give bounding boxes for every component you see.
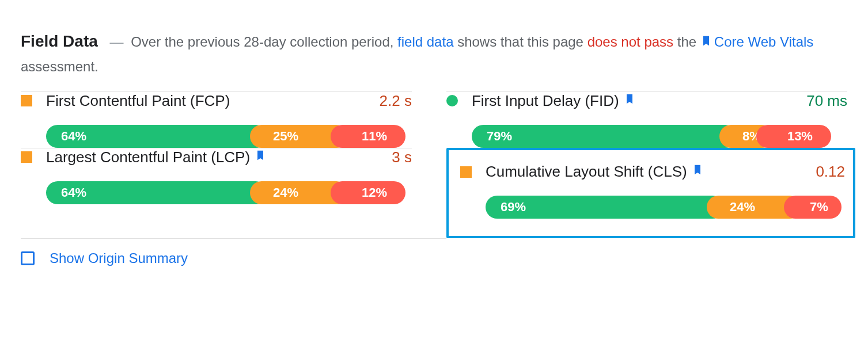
metric-value: 3 s (392, 148, 412, 166)
header-text-4: assessment. (21, 59, 98, 74)
metrics-grid: First Contentful Paint (FCP)2.2 s64%25%1… (21, 91, 847, 266)
metric-cls-container: Cumulative Layout Shift (CLS)0.1269%24%7… (446, 148, 847, 238)
metric-cls[interactable]: Cumulative Layout Shift (CLS)0.1269%24%7… (460, 163, 845, 219)
header-text-3: the (677, 34, 696, 49)
section-title: Field Data (21, 32, 98, 50)
metric-lcp[interactable]: Largest Contentful Paint (LCP)3 s64%24%1… (21, 148, 412, 238)
dist-poor: 13% (756, 125, 831, 148)
metric-name: First Input Delay (FID) (472, 92, 806, 110)
dist-good: 79% (472, 125, 737, 148)
metric-value: 70 ms (806, 92, 847, 110)
dist-good: 69% (486, 196, 724, 219)
dist-poor: 12% (331, 181, 405, 204)
status-indicator (446, 95, 458, 106)
metric-fcp[interactable]: First Contentful Paint (FCP)2.2 s64%25%1… (21, 91, 412, 148)
status-indicator (460, 166, 472, 178)
field-data-header: Field Data — Over the previous 28-day co… (21, 28, 847, 79)
bookmark-icon (624, 92, 635, 110)
dist-good: 64% (46, 181, 267, 204)
origin-summary-cell: Show Origin Summary (21, 238, 412, 266)
origin-summary-checkbox[interactable] (21, 251, 35, 265)
status-indicator (21, 151, 32, 163)
distribution-bar: 79%8%13% (472, 125, 847, 148)
bookmark-icon (700, 32, 712, 55)
dist-poor: 11% (331, 125, 405, 148)
show-origin-summary[interactable]: Show Origin Summary (21, 250, 412, 266)
field-data-link[interactable]: field data (397, 34, 453, 49)
metric-name: Largest Contentful Paint (LCP) (46, 148, 392, 166)
bookmark-icon (255, 148, 266, 166)
dist-good: 64% (46, 125, 267, 148)
metric-value: 2.2 s (380, 92, 412, 110)
header-text-2: shows that this page (457, 34, 583, 49)
distribution-bar: 64%25%11% (46, 125, 412, 148)
distribution-bar: 64%24%12% (46, 181, 412, 204)
header-text-1: Over the previous 28-day collection peri… (131, 34, 393, 49)
metric-name: First Contentful Paint (FCP) (46, 92, 380, 110)
metric-name: Cumulative Layout Shift (CLS) (486, 163, 816, 181)
status-indicator (21, 95, 32, 106)
origin-summary-label: Show Origin Summary (50, 250, 188, 266)
core-web-vitals-link[interactable]: Core Web Vitals (714, 34, 814, 49)
metric-cls-highlight: Cumulative Layout Shift (CLS)0.1269%24%7… (446, 148, 855, 238)
metric-value: 0.12 (816, 163, 845, 181)
bookmark-icon (692, 163, 703, 181)
dash: — (109, 34, 123, 49)
distribution-bar: 69%24%7% (486, 196, 845, 219)
fail-status-text: does not pass (587, 34, 673, 49)
dist-poor: 7% (784, 196, 842, 219)
metric-fid[interactable]: First Input Delay (FID)70 ms79%8%13% (446, 91, 847, 148)
